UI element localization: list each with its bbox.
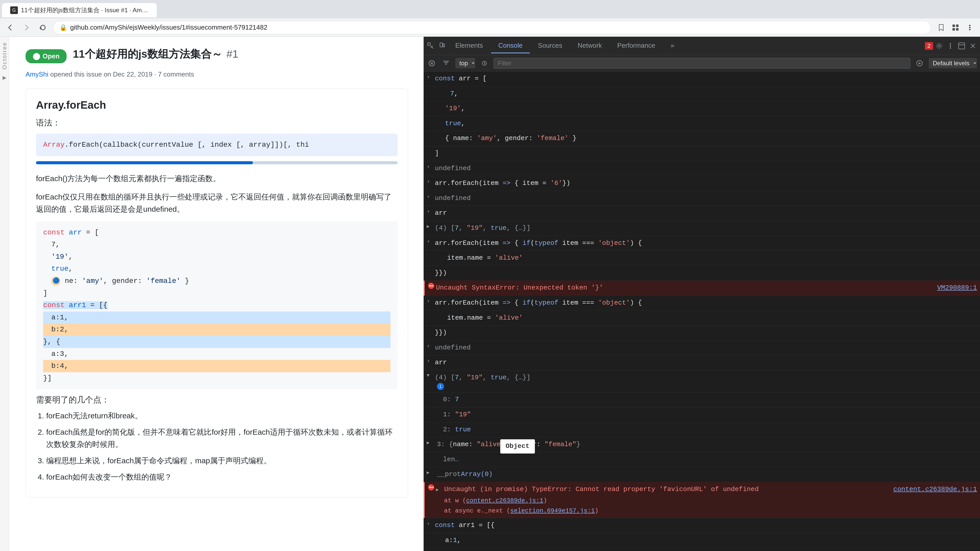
console-row: item.name = 'alive' — [424, 311, 980, 326]
console-row: › const arr1 = [{ — [424, 518, 980, 533]
side-tab-text: Octotree — [1, 42, 8, 69]
console-content: arr — [435, 356, 977, 369]
context-select[interactable]: top — [455, 58, 475, 68]
error-count-badge[interactable]: 2 — [925, 42, 933, 50]
description2: forEach仅仅只用在数组的循环并且执行一些处理或记录，它不返回任何值，就算你… — [36, 191, 398, 215]
tab-elements[interactable]: Elements — [448, 38, 490, 53]
more-options-icon[interactable] — [945, 41, 956, 51]
github-page: Octotree ▶ ⬤ Open 11个超好用的js数组方法集合～ #1 Am… — [0, 37, 424, 551]
tab-sources[interactable]: Sources — [531, 38, 570, 53]
console-content: undefined — [435, 162, 977, 175]
note4: forEach如何去改变一个数组的值呢？ — [46, 471, 398, 483]
console-row: ▶ __protArray(0) — [424, 467, 980, 482]
code-arr1-line6: b:4, — [43, 360, 390, 372]
console-row: true, — [424, 116, 980, 131]
console-row: › const arr = [ — [424, 71, 980, 86]
error-stack-link1[interactable]: content.c26389de.js:1 — [466, 497, 543, 504]
console-row-expanded: ▼ (4) [7, "19", true, {…}] i — [424, 370, 980, 392]
syntax-code-line: Array.forEach(callback(currentValue [, i… — [43, 139, 390, 151]
console-content: arr.forEach(item => { if(typeof item ===… — [435, 297, 977, 310]
expand-icon[interactable]: ▶ — [427, 470, 430, 475]
menu-icon[interactable] — [964, 21, 976, 34]
console-row: ‹ undefined — [424, 341, 980, 356]
error-icon: ⛔ — [428, 484, 434, 491]
code-arr1-line7: }] — [43, 372, 390, 384]
progress-bar-track — [36, 161, 398, 164]
nav-bar: 🔒 github.com/AmyShi/ejsWeekly/issues/1#i… — [0, 18, 980, 37]
filter-toggle-icon[interactable] — [441, 58, 451, 68]
console-row: ▶ (4) [7, "19", true, {…}] — [424, 221, 980, 236]
console-content: '19', — [435, 102, 977, 115]
create-live-expression-icon[interactable] — [479, 58, 490, 68]
arr-code-block: const arr = [ 7, '19', true, 🔵 ne: 'amy'… — [36, 221, 398, 389]
error-stack-link2[interactable]: selection.6949e157.js:1 — [510, 507, 595, 514]
clear-console-icon[interactable] — [427, 58, 437, 68]
bookmark-icon[interactable] — [935, 21, 947, 34]
console-content: 7, — [440, 87, 977, 100]
extensions-icon[interactable] — [950, 21, 962, 34]
code-arr1-line5: a:3, — [43, 348, 390, 360]
log-level-select[interactable]: Default levels — [929, 58, 977, 68]
console-error-row-2: ⛔ ▶ Uncaught (in promise) TypeError: Can… — [424, 482, 980, 518]
expand-icon[interactable]: ▶ — [427, 440, 430, 445]
console-error-row: ⛔ Uncaught SyntaxError: Unexpected token… — [424, 281, 980, 295]
console-row: ‹ undefined — [424, 161, 980, 176]
object-tooltip: Object — [500, 439, 535, 454]
console-row: b:2, — [424, 548, 980, 551]
issue-title-row: ⬤ Open 11个超好用的js数组方法集合～ #1 — [25, 47, 408, 65]
console-content: 3: {name: "alive", gender: "female"} Obj… — [435, 438, 977, 451]
info-badge: i — [437, 383, 444, 390]
svg-point-8 — [969, 29, 970, 30]
console-row: a:1, — [424, 533, 980, 548]
tab-network[interactable]: Network — [570, 38, 609, 53]
expand-icon[interactable]: ▶ — [427, 224, 430, 229]
back-button[interactable] — [4, 21, 16, 34]
refresh-button[interactable] — [37, 21, 49, 34]
console-toolbar: top Default levels — [424, 55, 980, 71]
filter-input[interactable] — [493, 58, 910, 68]
progress-bar-fill — [36, 161, 253, 164]
expand-error-icon[interactable]: ▶ — [436, 486, 439, 494]
error-file-link-2[interactable]: content.c26389de.js:1 — [893, 484, 977, 495]
svg-rect-4 — [953, 28, 955, 30]
svg-point-6 — [969, 25, 970, 26]
github-content: ⬤ Open 11个超好用的js数组方法集合～ #1 AmyShi opened… — [10, 37, 423, 516]
console-content: undefined — [435, 192, 977, 205]
console-row: ] — [424, 146, 980, 161]
tab-performance[interactable]: Performance — [610, 38, 662, 53]
dock-icon[interactable] — [956, 41, 967, 51]
input-arrow: › — [427, 179, 430, 185]
address-bar[interactable]: 🔒 github.com/AmyShi/ejsWeekly/issues/1#i… — [53, 21, 931, 34]
inspect-element-icon[interactable] — [426, 41, 436, 51]
tab-console[interactable]: Console — [491, 38, 530, 53]
active-tab[interactable]: G 11个超好用的js数组方法集合 · Issue #1 · AmyShi... — [2, 3, 157, 17]
svg-rect-3 — [956, 24, 959, 27]
collapse-icon[interactable]: ▼ — [427, 373, 430, 378]
svg-rect-16 — [959, 43, 965, 49]
console-row: › arr.forEach(item => { item = '6'}) — [424, 176, 980, 191]
open-button[interactable]: ⬤ Open — [25, 49, 67, 63]
description1: forEach()方法为每一个数组元素都执行一遍指定函数。 — [36, 172, 398, 185]
lock-icon: 🔒 — [59, 24, 67, 31]
open-icon: ⬤ — [33, 52, 40, 60]
code-arr1-line1: const arr1 = [{ — [43, 299, 390, 311]
issue-author-link[interactable]: AmyShi — [25, 70, 48, 78]
section-title: Array.forEach — [36, 99, 398, 111]
code-arr-line1: const arr = [ — [43, 227, 390, 239]
tab-more[interactable]: » — [663, 38, 681, 53]
notes-title: 需要明了的几个点： — [36, 394, 398, 406]
forward-button[interactable] — [21, 21, 33, 34]
error-file-link[interactable]: VM290889:1 — [937, 283, 977, 293]
note1: forEach无法return和break。 — [46, 410, 398, 422]
console-content: len… — [435, 453, 977, 466]
output-arrow: ‹ — [427, 164, 430, 170]
settings-icon[interactable] — [934, 41, 944, 51]
console-error-content-2: ▶ Uncaught (in promise) TypeError: Canno… — [436, 483, 977, 517]
console-content: const arr = [ — [435, 73, 977, 85]
console-content: 0: 7 — [435, 393, 977, 406]
filter-context-icon[interactable] — [915, 58, 924, 68]
console-row: 2: true — [424, 422, 980, 437]
close-devtools-icon[interactable] — [968, 41, 978, 51]
console-row: › arr.forEach(item => { if(typeof item =… — [424, 236, 980, 251]
device-toolbar-icon[interactable] — [437, 41, 447, 51]
